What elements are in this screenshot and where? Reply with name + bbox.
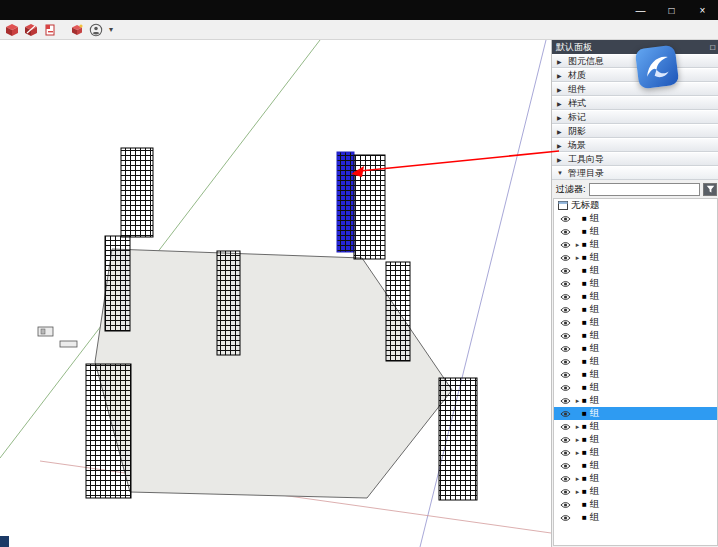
outliner-item[interactable]: ▸■组 — [554, 420, 717, 433]
visibility-eye-icon[interactable] — [560, 267, 573, 275]
visibility-eye-icon[interactable] — [560, 384, 573, 392]
expand-arrow-icon[interactable]: ▸ — [573, 449, 582, 457]
visibility-eye-icon[interactable] — [560, 488, 573, 496]
visibility-eye-icon[interactable] — [560, 423, 573, 431]
group-icon: ■ — [582, 474, 587, 483]
selected-rebar-column[interactable] — [337, 152, 354, 252]
plugin-red-tool-icon[interactable] — [23, 22, 39, 38]
visibility-eye-icon[interactable] — [560, 475, 573, 483]
visibility-eye-icon[interactable] — [560, 306, 573, 314]
minimize-button[interactable]: — — [625, 0, 656, 20]
toolbar-dropdown-arrow-icon[interactable]: ▾ — [107, 25, 115, 34]
visibility-eye-icon[interactable] — [560, 397, 573, 405]
rebar-column-left[interactable] — [105, 236, 130, 331]
outliner-item[interactable]: ■组 — [554, 329, 717, 342]
visibility-eye-icon[interactable] — [560, 501, 573, 509]
panel-section[interactable]: ▶组件 — [552, 82, 718, 96]
rebar-column-bottom-right[interactable] — [439, 378, 477, 500]
viewport-canvas[interactable] — [0, 40, 551, 547]
panel-section-outliner[interactable]: ▼ 管理目录 — [552, 166, 718, 180]
expand-arrow-icon[interactable]: ▸ — [573, 423, 582, 431]
outliner-item[interactable]: ■组 — [554, 264, 717, 277]
panel-section[interactable]: ▶标记 — [552, 110, 718, 124]
rebar-column-top-right[interactable] — [354, 155, 385, 259]
visibility-eye-icon[interactable] — [560, 436, 573, 444]
plugin-red-doc-icon[interactable] — [42, 22, 58, 38]
group-icon: ■ — [582, 370, 587, 379]
title-bar: — □ × — [0, 0, 718, 20]
visibility-eye-icon[interactable] — [560, 280, 573, 288]
outliner-item[interactable]: ▸■组 — [554, 238, 717, 251]
plugin-red-box-icon[interactable] — [69, 22, 85, 38]
outliner-item[interactable]: ▸■组 — [554, 472, 717, 485]
outliner-item[interactable]: ■组 — [554, 225, 717, 238]
visibility-eye-icon[interactable] — [560, 410, 573, 418]
panel-section[interactable]: ▶阴影 — [552, 124, 718, 138]
group-icon: ■ — [582, 448, 587, 457]
filter-input[interactable] — [589, 183, 700, 196]
outliner-item[interactable]: ■组 — [554, 459, 717, 472]
panel-section[interactable]: ▶场景 — [552, 138, 718, 152]
panel-section[interactable]: ▶样式 — [552, 96, 718, 110]
group-label: 组 — [590, 238, 600, 251]
expand-arrow-icon[interactable]: ▸ — [573, 488, 582, 496]
maximize-button[interactable]: □ — [656, 0, 687, 20]
outliner-item[interactable]: ■组 — [554, 368, 717, 381]
outliner-item[interactable]: ■组 — [554, 290, 717, 303]
outliner-root[interactable]: 无标题 — [554, 199, 717, 212]
expand-arrow-icon[interactable]: ▸ — [573, 397, 582, 405]
sign-in-avatar-icon[interactable] — [88, 22, 104, 38]
visibility-eye-icon[interactable] — [560, 241, 573, 249]
outliner-item[interactable]: ▸■组 — [554, 394, 717, 407]
small-component-widgets[interactable] — [38, 327, 77, 347]
rebar-column-right[interactable] — [386, 262, 410, 361]
visibility-eye-icon[interactable] — [560, 215, 573, 223]
visibility-eye-icon[interactable] — [560, 228, 573, 236]
outliner-item[interactable]: ▸■组 — [554, 485, 717, 498]
chevron-down-icon: ▼ — [557, 170, 564, 176]
rebar-column-center[interactable] — [217, 251, 240, 355]
filter-options-button[interactable] — [703, 183, 717, 196]
outliner-item[interactable]: ■组 — [554, 407, 717, 420]
visibility-eye-icon[interactable] — [560, 514, 573, 522]
visibility-eye-icon[interactable] — [560, 358, 573, 366]
visibility-eye-icon[interactable] — [560, 319, 573, 327]
chevron-right-icon: ▶ — [557, 114, 564, 121]
close-button[interactable]: × — [687, 0, 718, 20]
outliner-item[interactable]: ■组 — [554, 355, 717, 368]
expand-arrow-icon[interactable]: ▸ — [573, 436, 582, 444]
tray-header[interactable]: 默认面板 □ — [552, 40, 718, 54]
outliner-item[interactable]: ■组 — [554, 511, 717, 524]
outliner-item[interactable]: ■组 — [554, 316, 717, 329]
outliner-item[interactable]: ■组 — [554, 277, 717, 290]
outliner-item[interactable]: ▸■组 — [554, 251, 717, 264]
outliner-item[interactable]: ■组 — [554, 381, 717, 394]
group-icon: ■ — [582, 318, 587, 327]
rebar-column-bottom-left[interactable] — [86, 364, 131, 498]
outliner-item[interactable]: ▸■组 — [554, 446, 717, 459]
visibility-eye-icon[interactable] — [560, 449, 573, 457]
pin-icon[interactable]: □ — [710, 43, 715, 52]
expand-arrow-icon[interactable]: ▸ — [573, 241, 582, 249]
plugin-red-cube-icon[interactable] — [4, 22, 20, 38]
panel-section[interactable]: ▶材质 — [552, 68, 718, 82]
section-label: 材质 — [568, 69, 586, 82]
group-label: 组 — [590, 329, 600, 342]
visibility-eye-icon[interactable] — [560, 462, 573, 470]
visibility-eye-icon[interactable] — [560, 332, 573, 340]
group-label: 组 — [590, 472, 600, 485]
outliner-item[interactable]: ▸■组 — [554, 433, 717, 446]
visibility-eye-icon[interactable] — [560, 345, 573, 353]
rebar-column-top-left[interactable] — [121, 148, 153, 237]
outliner-item[interactable]: ■组 — [554, 342, 717, 355]
visibility-eye-icon[interactable] — [560, 293, 573, 301]
panel-section[interactable]: ▶工具向导 — [552, 152, 718, 166]
expand-arrow-icon[interactable]: ▸ — [573, 254, 582, 262]
expand-arrow-icon[interactable]: ▸ — [573, 475, 582, 483]
visibility-eye-icon[interactable] — [560, 371, 573, 379]
outliner-item[interactable]: ■组 — [554, 498, 717, 511]
outliner-item[interactable]: ■组 — [554, 212, 717, 225]
visibility-eye-icon[interactable] — [560, 254, 573, 262]
group-icon: ■ — [582, 214, 587, 223]
outliner-item[interactable]: ■组 — [554, 303, 717, 316]
